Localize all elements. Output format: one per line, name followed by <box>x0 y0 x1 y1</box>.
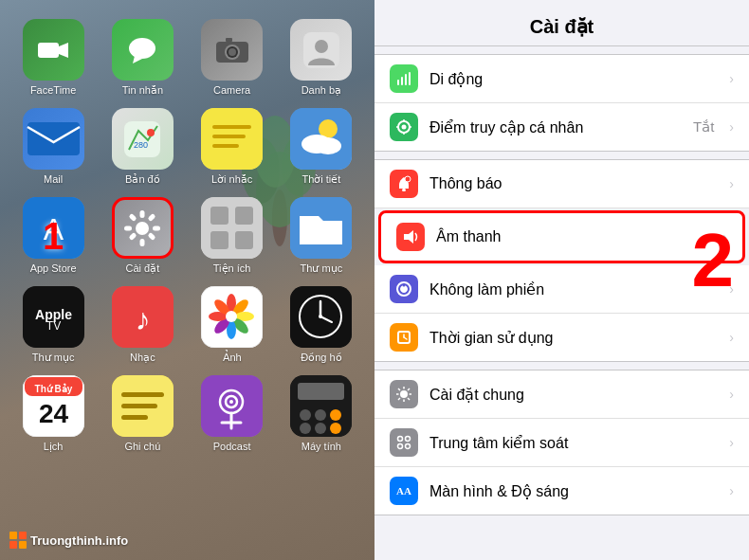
app-files[interactable]: Thư mục <box>283 197 360 275</box>
calendar-label: Lịch <box>44 441 64 453</box>
svg-point-118 <box>398 444 403 449</box>
svg-point-117 <box>406 437 411 442</box>
svg-text:♪: ♪ <box>135 302 150 336</box>
am-thanh-container: Âm thanh › <box>374 208 749 265</box>
svg-point-32 <box>136 222 149 235</box>
svg-rect-25 <box>212 144 239 148</box>
svg-point-88 <box>330 423 341 434</box>
utilities-icon <box>201 197 263 259</box>
svg-point-116 <box>398 437 403 442</box>
mail-icon <box>23 108 84 170</box>
svg-rect-45 <box>235 231 253 249</box>
app-utilities[interactable]: Tiện ích <box>193 197 271 275</box>
app-notes2[interactable]: Ghi chú <box>103 375 181 453</box>
app-calendar[interactable]: Thứ Bảy24 Lịch <box>14 375 92 453</box>
app-tv[interactable]: AppleTV Thư mục <box>14 286 92 364</box>
app-notes[interactable]: Lời nhắc <box>193 108 271 186</box>
svg-point-85 <box>330 409 341 421</box>
app-podcasts[interactable]: Podcast <box>193 375 271 453</box>
row-diem-truy-cap[interactable]: Điểm truy cập cá nhân Tắt › <box>374 103 749 151</box>
settings-list: Di động › Điểm truy cập cá nhân Tắt › Th… <box>374 46 749 560</box>
svg-point-84 <box>315 409 326 421</box>
svg-point-83 <box>300 409 311 421</box>
svg-rect-35 <box>124 226 132 230</box>
app-maps[interactable]: 280 Bản đồ <box>103 108 181 186</box>
section-connectivity: Di động › Điểm truy cập cá nhân Tắt › <box>374 54 749 152</box>
svg-point-61 <box>226 311 237 322</box>
svg-point-103 <box>403 284 406 287</box>
podcasts-icon <box>201 375 263 437</box>
camera-icon <box>201 19 263 81</box>
svg-point-100 <box>405 176 411 182</box>
home-screen: FaceTime Tin nhắn Camera Danh bạ <box>0 0 374 560</box>
svg-rect-89 <box>397 80 399 85</box>
svg-point-29 <box>315 137 341 154</box>
contacts-icon <box>290 19 352 81</box>
maps-icon: 280 <box>112 108 174 170</box>
diem-truy-cap-chevron: › <box>729 119 734 135</box>
app-weather[interactable]: Thời tiết <box>283 108 360 186</box>
step1-overlay: 1 <box>14 197 92 275</box>
row-man-hinh-do-sang[interactable]: AA Màn hình & Độ sáng › <box>374 467 749 515</box>
svg-line-112 <box>398 388 400 390</box>
trung-tam-kiem-soat-icon <box>390 428 418 457</box>
svg-line-115 <box>398 398 400 400</box>
watermark-logo <box>9 532 27 549</box>
calculator-icon <box>290 375 352 437</box>
settings-icon <box>112 197 174 259</box>
trung-tam-kiem-soat-chevron: › <box>729 435 734 450</box>
svg-rect-40 <box>129 231 137 240</box>
settings-label: Cài đặt <box>126 262 160 275</box>
thong-bao-label: Thông báo <box>429 175 718 192</box>
app-music[interactable]: ♪ Nhạc <box>103 286 181 364</box>
app-appstore[interactable]: A 1 App Store <box>14 197 92 275</box>
svg-rect-23 <box>212 125 251 129</box>
app-camera[interactable]: Camera <box>193 19 271 97</box>
svg-rect-42 <box>210 207 228 225</box>
tv-icon: AppleTV <box>23 286 84 348</box>
svg-point-86 <box>300 423 311 434</box>
row-cai-dat-chung[interactable]: Cài đặt chung › <box>374 370 749 419</box>
thoi-gian-su-dung-label: Thời gian sử dụng <box>429 329 718 347</box>
khong-lam-phien-chevron: › <box>729 281 734 297</box>
photos-icon <box>201 286 263 348</box>
app-mail[interactable]: Mail <box>14 108 92 186</box>
svg-rect-82 <box>298 383 344 400</box>
app-clock[interactable]: Đồng hồ <box>283 286 360 364</box>
calendar-icon: Thứ Bảy24 <box>23 375 84 437</box>
notes2-icon <box>112 375 174 437</box>
app-calculator[interactable]: Máy tính <box>283 375 360 453</box>
photos-label: Ảnh <box>223 352 242 364</box>
svg-marker-101 <box>404 230 413 244</box>
svg-text:TV: TV <box>46 319 60 333</box>
clock-label: Đồng hồ <box>301 352 341 364</box>
svg-rect-13 <box>226 38 232 42</box>
thoi-gian-su-dung-chevron: › <box>729 330 734 345</box>
row-khong-lam-phien[interactable]: Không làm phiền › <box>374 265 749 314</box>
svg-rect-37 <box>129 212 137 221</box>
app-contacts[interactable]: Danh bạ <box>283 19 360 97</box>
svg-point-78 <box>229 400 233 404</box>
music-icon: ♪ <box>112 286 174 348</box>
svg-rect-44 <box>210 231 228 249</box>
row-thong-bao[interactable]: Thông báo › <box>374 160 749 208</box>
app-photos[interactable]: Ảnh <box>193 286 271 364</box>
app-facetime[interactable]: FaceTime <box>14 19 92 97</box>
svg-rect-34 <box>140 239 145 246</box>
svg-rect-33 <box>140 210 145 218</box>
svg-point-15 <box>315 40 328 53</box>
svg-rect-41 <box>201 197 263 259</box>
row-di-dong[interactable]: Di động › <box>374 55 749 103</box>
trung-tam-kiem-soat-label: Trung tâm kiểm soát <box>429 434 718 452</box>
app-messages[interactable]: Tin nhắn <box>103 19 181 97</box>
cai-dat-chung-icon <box>390 380 418 408</box>
row-trung-tam-kiem-soat[interactable]: Trung tâm kiểm soát › <box>374 419 749 467</box>
app-settings[interactable]: Cài đặt <box>103 197 181 275</box>
diem-truy-cap-value: Tắt <box>693 118 714 135</box>
row-am-thanh[interactable]: Âm thanh › <box>378 210 745 263</box>
am-thanh-chevron: › <box>722 229 727 244</box>
svg-rect-90 <box>401 77 403 85</box>
settings-panel: Cài đặt Di động › Điểm truy cập cá nhân … <box>374 0 749 560</box>
svg-rect-73 <box>121 404 157 408</box>
row-thoi-gian-su-dung[interactable]: Thời gian sử dụng › <box>374 314 749 361</box>
